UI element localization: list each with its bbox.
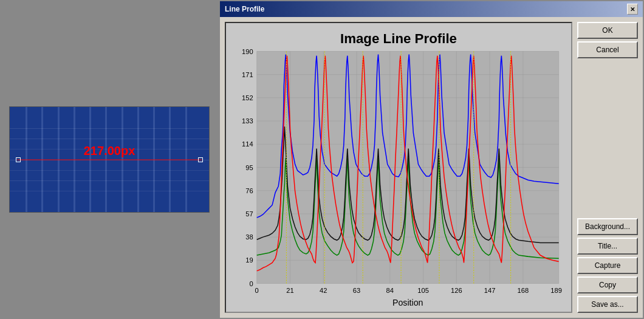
ok-button[interactable]: OK — [577, 22, 638, 39]
buttons-panel: OK Cancel Background... Title... Capture… — [577, 22, 638, 313]
handle-right[interactable] — [198, 157, 203, 162]
svg-text:190: 190 — [242, 48, 253, 55]
svg-text:76: 76 — [245, 187, 253, 194]
svg-text:168: 168 — [518, 287, 529, 294]
line-profile-dialog: Line Profile ✕ Image Line Profile — [219, 0, 644, 319]
svg-text:Position: Position — [392, 298, 423, 307]
svg-text:171: 171 — [242, 71, 253, 78]
chart-title: Image Line Profile — [340, 31, 457, 46]
capture-button[interactable]: Capture — [577, 257, 638, 274]
copy-button[interactable]: Copy — [577, 276, 638, 293]
svg-text:105: 105 — [417, 287, 429, 294]
line-profile-chart: Image Line Profile — [226, 23, 571, 312]
dialog-title: Line Profile — [225, 5, 264, 13]
source-image: 217.00px — [9, 106, 210, 213]
svg-text:0: 0 — [249, 280, 253, 287]
measurement-label: 217.00px — [84, 144, 135, 158]
svg-text:63: 63 — [353, 287, 360, 294]
dialog-body: Image Line Profile — [220, 17, 643, 318]
svg-text:189: 189 — [550, 287, 562, 294]
handle-left[interactable] — [16, 157, 21, 162]
save-as-button[interactable]: Save as... — [577, 296, 638, 313]
svg-text:0: 0 — [255, 287, 259, 294]
svg-text:57: 57 — [245, 210, 253, 218]
left-panel: 217.00px — [0, 0, 219, 319]
svg-text:21: 21 — [286, 287, 293, 294]
svg-text:19: 19 — [245, 256, 253, 264]
svg-text:114: 114 — [242, 140, 253, 148]
title-button[interactable]: Title... — [577, 238, 638, 255]
chart-area: Image Line Profile — [225, 22, 572, 313]
svg-text:126: 126 — [451, 287, 462, 294]
svg-text:42: 42 — [320, 287, 327, 294]
svg-text:38: 38 — [245, 233, 253, 241]
svg-text:95: 95 — [245, 164, 253, 171]
svg-text:133: 133 — [242, 117, 253, 125]
svg-text:152: 152 — [242, 94, 253, 101]
svg-text:147: 147 — [484, 287, 496, 294]
svg-text:84: 84 — [386, 287, 394, 294]
measurement-line — [17, 159, 202, 160]
cancel-button[interactable]: Cancel — [577, 41, 638, 58]
close-button[interactable]: ✕ — [627, 4, 638, 15]
background-button[interactable]: Background... — [577, 218, 638, 235]
dialog-titlebar: Line Profile ✕ — [220, 1, 643, 17]
